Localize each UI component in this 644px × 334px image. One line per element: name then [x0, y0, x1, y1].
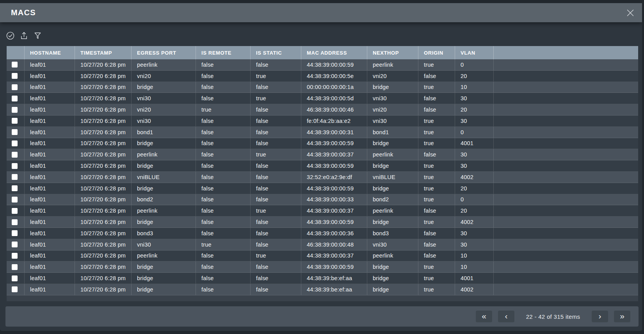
table-header-row: HOSTNAMETIMESTAMPEGRESS PORTIS REMOTEIS … [7, 46, 638, 59]
cell-nexthop: vni20 [367, 104, 418, 115]
cell-hostname: leaf01 [25, 160, 75, 171]
row-checkbox[interactable] [12, 208, 18, 214]
row-checkbox-cell [7, 183, 25, 194]
cell-timestamp: 10/27/20 6:28 pm [75, 205, 132, 216]
table-toolbar [6, 31, 42, 40]
modal-title: MACS [11, 8, 36, 17]
cell-egress_port: vni20 [132, 104, 196, 115]
row-checkbox-cell [7, 115, 25, 126]
cell-nexthop: bridge [367, 217, 418, 227]
cell-egress_port: vni20 [132, 71, 196, 82]
row-checkbox[interactable] [12, 140, 18, 146]
cell-is_remote: false [196, 127, 251, 138]
cell-filler [494, 183, 638, 194]
cell-is_remote: false [196, 115, 251, 126]
row-checkbox[interactable] [12, 129, 18, 135]
cell-mac_address: 44:38:39:00:00:59 [301, 160, 367, 171]
row-checkbox[interactable] [12, 286, 18, 292]
cell-vlan: 30 [455, 228, 494, 239]
cell-is_remote: false [196, 205, 251, 216]
cell-origin: false [418, 228, 455, 239]
cell-is_remote: false [196, 93, 251, 104]
table-row: leaf0110/27/20 6:28 pmbridgefalsefalse44… [7, 284, 638, 295]
table-row: leaf0110/27/20 6:28 pmvniBLUEfalsefalse3… [7, 172, 638, 183]
cell-hostname: leaf01 [25, 172, 75, 183]
header-cell-filler [494, 46, 638, 59]
cell-egress_port: peerlink [132, 59, 196, 70]
cell-filler [494, 284, 638, 295]
cell-hostname: leaf01 [25, 250, 75, 261]
cell-is_remote: false [196, 273, 251, 284]
header-cell-nexthop: NEXTHOP [367, 46, 418, 59]
first-page-button[interactable]: « [476, 311, 492, 322]
row-checkbox[interactable] [12, 197, 18, 203]
upload-icon[interactable] [20, 31, 28, 40]
cell-timestamp: 10/27/20 6:28 pm [75, 127, 132, 138]
row-checkbox[interactable] [12, 96, 18, 101]
row-checkbox[interactable] [12, 62, 18, 68]
cell-mac_address: 44:38:39:00:00:59 [301, 261, 367, 272]
cell-vlan: 4002 [455, 172, 494, 183]
cell-origin: true [418, 183, 455, 194]
row-checkbox[interactable] [12, 242, 18, 247]
cell-is_remote: false [196, 149, 251, 160]
filter-icon[interactable] [33, 31, 42, 40]
cell-origin: false [418, 71, 455, 82]
table-row: leaf0110/27/20 6:28 pmvni30truefalse46:3… [7, 239, 638, 250]
row-checkbox[interactable] [12, 253, 18, 259]
cell-mac_address: 44:38:39:00:00:59 [301, 217, 367, 227]
cell-timestamp: 10/27/20 6:28 pm [75, 104, 132, 115]
close-icon[interactable] [625, 8, 635, 18]
cell-origin: true [418, 82, 455, 93]
row-checkbox[interactable] [12, 118, 18, 124]
header-cell-mac_address: MAC ADDRESS [301, 46, 367, 59]
cell-is_static: false [251, 59, 301, 70]
cell-hostname: leaf01 [25, 194, 75, 205]
row-checkbox[interactable] [12, 73, 18, 79]
cell-nexthop: vni30 [367, 93, 418, 104]
row-checkbox[interactable] [12, 185, 18, 191]
row-checkbox-cell [7, 71, 25, 82]
row-checkbox-cell [7, 284, 25, 295]
cell-nexthop: bond3 [367, 228, 418, 239]
cell-origin: true [418, 273, 455, 284]
last-page-button[interactable]: » [614, 311, 630, 322]
cell-is_static: true [251, 71, 301, 82]
row-checkbox[interactable] [12, 84, 18, 90]
row-checkbox[interactable] [12, 174, 18, 180]
cell-timestamp: 10/27/20 6:28 pm [75, 82, 132, 93]
cell-egress_port: peerlink [132, 205, 196, 216]
cell-is_static: false [251, 127, 301, 138]
cell-egress_port: bridge [132, 138, 196, 149]
check-circle-icon[interactable] [6, 31, 15, 40]
cell-filler [494, 160, 638, 171]
cell-mac_address: 44:38:39:00:00:36 [301, 228, 367, 239]
cell-vlan: 0 [455, 194, 494, 205]
cell-origin: false [418, 104, 455, 115]
table-bottom-strip [7, 295, 638, 301]
table-row: leaf0110/27/20 6:28 pmpeerlinkfalsetrue4… [7, 250, 638, 262]
cell-vlan: 30 [455, 160, 494, 171]
row-checkbox[interactable] [12, 152, 18, 158]
row-checkbox[interactable] [12, 230, 18, 236]
row-checkbox[interactable] [12, 275, 18, 281]
cell-egress_port: bridge [132, 217, 196, 227]
cell-mac_address: 44:38:39:be:ef:aa [301, 273, 367, 284]
cell-is_remote: false [196, 217, 251, 227]
prev-page-button[interactable]: ‹ [498, 311, 514, 322]
next-page-button[interactable]: › [592, 311, 608, 322]
row-checkbox[interactable] [12, 163, 18, 169]
cell-egress_port: peerlink [132, 149, 196, 160]
header-cell-origin: ORIGIN [418, 46, 455, 59]
row-checkbox-cell [7, 104, 25, 115]
cell-is_static: false [251, 138, 301, 149]
cell-timestamp: 10/27/20 6:28 pm [75, 71, 132, 82]
cell-timestamp: 10/27/20 6:28 pm [75, 160, 132, 171]
row-checkbox-cell [7, 93, 25, 104]
header-cell-select [7, 46, 25, 59]
row-checkbox[interactable] [12, 219, 18, 225]
row-checkbox[interactable] [12, 264, 18, 270]
cell-filler [494, 93, 638, 104]
pager-controls: « ‹ 22 - 42 of 315 items › » [476, 306, 630, 327]
row-checkbox[interactable] [12, 107, 18, 113]
